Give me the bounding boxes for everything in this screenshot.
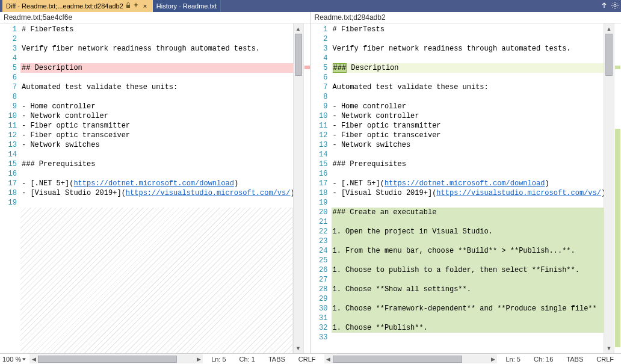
code-line[interactable] [332, 313, 604, 323]
code-line[interactable] [332, 275, 604, 285]
code-line[interactable]: ### Prerequisites [332, 159, 604, 169]
left-pane-header: Readme.txt;5ae4cf6e [0, 12, 310, 23]
code-line[interactable]: ### Prerequisites [20, 159, 293, 169]
code-line[interactable]: - Network controller [20, 111, 293, 121]
document-tab-bar: Diff - Readme.txt;...eadme.txt;d284adb2×… [0, 0, 621, 12]
tab-label: History - Readme.txt [156, 2, 217, 10]
document-tab-0[interactable]: Diff - Readme.txt;...eadme.txt;d284adb2× [2, 0, 153, 12]
code-line[interactable]: 1. Choose to publish to a folder, then s… [332, 265, 604, 275]
left-horizontal-scrollbar[interactable]: ◀▶ [29, 354, 203, 364]
hyperlink[interactable]: https://visualstudio.microsoft.com/vs/ [126, 189, 291, 197]
code-line[interactable] [332, 169, 604, 179]
code-line[interactable]: 1. Choose **Show all settings**. [332, 285, 604, 294]
code-line[interactable] [332, 217, 604, 227]
code-line[interactable] [20, 92, 293, 102]
status-bar: 100 % ▾ ◀▶ Ln: 5 Ch: 1 TABS CRLF ◀▶ Ln: … [0, 353, 621, 364]
code-line[interactable] [20, 73, 293, 82]
code-line[interactable]: 1. Open the project in Visual Studio. [332, 227, 604, 236]
code-line[interactable] [332, 236, 604, 246]
hyperlink[interactable]: https://visualstudio.microsoft.com/vs/ [436, 189, 601, 197]
code-line[interactable]: - [Visual Studio 2019+](https://visualst… [20, 188, 293, 198]
right-pane-header: Readme.txt;d284adb2 [311, 12, 622, 23]
document-tab-1[interactable]: History - Readme.txt [153, 0, 221, 12]
missing-lines-hatch [20, 208, 293, 353]
code-line[interactable] [332, 294, 604, 304]
code-line[interactable]: Verify fiber network readiness through a… [332, 44, 604, 54]
code-line[interactable]: # FiberTests [20, 25, 293, 34]
code-line[interactable] [20, 169, 293, 179]
right-overview-ruler[interactable] [614, 23, 621, 353]
code-line[interactable]: # FiberTests [332, 25, 604, 34]
code-line[interactable]: - [.NET 5+](https://dotnet.microsoft.com… [20, 179, 293, 188]
code-line[interactable]: Automated test validate these units: [20, 82, 293, 92]
zoom-label: 100 % [2, 356, 21, 363]
cursor-col[interactable]: Ch: 1 [235, 356, 260, 363]
hyperlink[interactable]: https://dotnet.microsoft.com/download [73, 179, 233, 188]
gear-icon[interactable] [611, 2, 619, 10]
indent-mode[interactable]: TABS [264, 356, 290, 363]
code-line[interactable]: - [Visual Studio 2019+](https://visualst… [332, 188, 604, 198]
left-overview-ruler[interactable] [303, 23, 310, 353]
close-icon[interactable]: × [141, 2, 149, 10]
lock-icon [126, 2, 131, 10]
code-line[interactable]: 1. Choose **Framework-dependent** and **… [332, 304, 604, 313]
left-vertical-scrollbar[interactable]: ▲ ▼ [293, 23, 303, 353]
left-diff-pane: Readme.txt;5ae4cf6e 12345678910111213141… [0, 12, 311, 353]
pin-icon[interactable] [133, 2, 139, 10]
left-gutter: 12345678910111213141516171819 [0, 23, 20, 353]
code-line[interactable] [332, 256, 604, 265]
left-code[interactable]: # FiberTests Verify fiber network readin… [20, 23, 293, 353]
right-diff-pane: Readme.txt;d284adb2 12345678910111213141… [311, 12, 622, 353]
code-line[interactable]: - Network switches [20, 140, 293, 150]
indent-mode-right[interactable]: TABS [561, 356, 588, 363]
code-line[interactable]: - Home controller [20, 102, 293, 111]
cursor-col-right[interactable]: Ch: 16 [529, 356, 558, 363]
inline-diff-marker: ### [333, 63, 347, 73]
code-line[interactable]: 1. From the menu bar, choose **Build** >… [332, 246, 604, 256]
code-line[interactable] [332, 198, 604, 208]
code-line[interactable] [332, 150, 604, 159]
code-line[interactable] [20, 34, 293, 44]
right-code[interactable]: # FiberTests Verify fiber network readin… [332, 23, 604, 353]
code-line[interactable] [20, 150, 293, 159]
chevron-down-icon: ▾ [22, 357, 26, 362]
cursor-line-right[interactable]: Ln: 5 [501, 356, 525, 363]
svg-rect-0 [126, 5, 130, 8]
right-horizontal-scrollbar[interactable]: ◀▶ [324, 354, 498, 364]
window-position-icon[interactable] [601, 2, 608, 10]
code-line[interactable] [332, 34, 604, 44]
code-line[interactable] [332, 92, 604, 102]
right-gutter: 1234567891011121314151617181920212223242… [311, 23, 332, 353]
code-line[interactable]: - Fiber optic transceiver [20, 131, 293, 140]
code-line[interactable] [20, 198, 293, 208]
code-line[interactable]: Automated test validate these units: [332, 82, 604, 92]
svg-point-1 [614, 4, 616, 7]
code-line[interactable]: 1. Choose **Publish**. [332, 323, 604, 333]
hyperlink[interactable]: https://dotnet.microsoft.com/download [385, 179, 545, 188]
code-line[interactable]: Verify fiber network readiness through a… [20, 44, 293, 54]
code-line[interactable]: - Network controller [332, 111, 604, 121]
code-line[interactable]: - [.NET 5+](https://dotnet.microsoft.com… [332, 179, 604, 188]
line-endings[interactable]: CRLF [294, 356, 321, 363]
tab-label: Diff - Readme.txt;...eadme.txt;d284adb2 [6, 2, 123, 10]
right-editor[interactable]: 1234567891011121314151617181920212223242… [311, 23, 604, 353]
code-line[interactable] [332, 333, 604, 342]
right-vertical-scrollbar[interactable]: ▲ ▼ [604, 23, 614, 353]
code-line[interactable]: - Fiber optic transceiver [332, 131, 604, 140]
zoom-level[interactable]: 100 % ▾ [2, 355, 26, 363]
line-endings-right[interactable]: CRLF [592, 356, 619, 363]
cursor-line[interactable]: Ln: 5 [206, 356, 230, 363]
code-line[interactable]: - Fiber optic transmitter [20, 121, 293, 131]
code-line[interactable]: - Fiber optic transmitter [332, 121, 604, 131]
code-line[interactable]: ### Create an executable [332, 208, 604, 217]
code-line[interactable]: - Network switches [332, 140, 604, 150]
left-editor[interactable]: 12345678910111213141516171819 # FiberTes… [0, 23, 293, 353]
code-line[interactable] [332, 73, 604, 82]
code-line[interactable] [20, 54, 293, 63]
code-line[interactable]: ### Description [332, 63, 604, 73]
code-line[interactable] [332, 54, 604, 63]
code-line[interactable]: - Home controller [332, 102, 604, 111]
code-line[interactable]: ## Description [20, 63, 293, 73]
